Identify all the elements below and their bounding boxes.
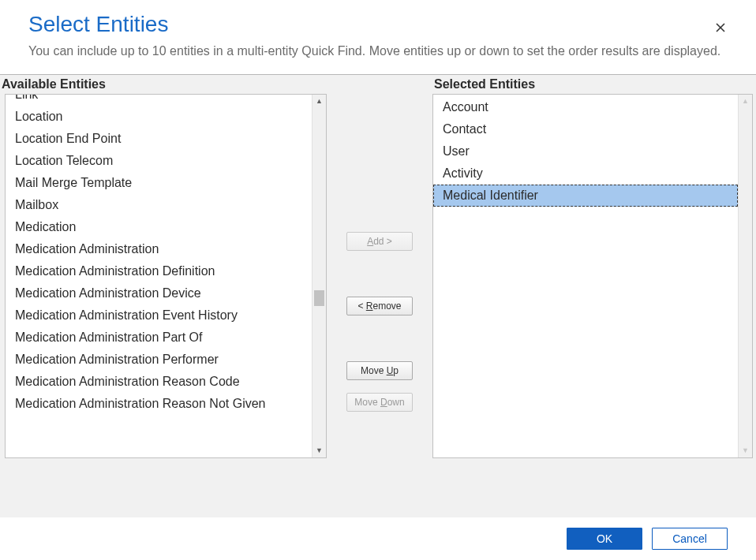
list-item[interactable]: Medication Administration Reason Code [6,371,312,393]
list-item[interactable]: Location End Point [6,128,312,150]
move-up-button[interactable]: Move Up [346,361,413,380]
dialog-header: Select Entities You can include up to 10… [0,0,756,74]
available-listbox[interactable]: LinkLocationLocation End PointLocation T… [5,94,327,458]
list-item[interactable]: Medication Administration Part Of [6,327,312,349]
list-item[interactable]: Mailbox [6,194,312,216]
dialog-title: Select Entities [28,11,728,38]
cancel-button[interactable]: Cancel [652,528,728,550]
move-down-button[interactable]: Move Down [346,393,413,412]
add-button[interactable]: Add > [346,232,413,251]
selected-label: Selected Entities [432,75,753,94]
list-item[interactable]: Medication Administration Reason Not Giv… [6,393,312,415]
list-item[interactable]: Contact [433,118,738,140]
selected-column: Selected Entities AccountContactUserActi… [432,75,753,458]
scroll-thumb[interactable] [314,290,324,306]
available-column: Available Entities LinkLocationLocation … [0,75,327,458]
scroll-down-icon[interactable]: ▼ [313,444,326,457]
list-item[interactable]: Medication [6,216,312,238]
selected-scrollbar[interactable]: ▲ ▼ [738,95,752,457]
list-item[interactable]: Link [6,95,312,106]
scroll-up-icon[interactable]: ▲ [739,95,752,108]
list-item[interactable]: User [433,140,738,162]
list-item[interactable]: Mail Merge Template [6,172,312,194]
list-item[interactable]: Medication Administration [6,238,312,260]
list-item[interactable]: Medication Administration Definition [6,260,312,282]
dialog-subtitle: You can include up to 10 entities in a m… [28,43,728,60]
list-item[interactable]: Location Telecom [6,150,312,172]
scroll-up-icon[interactable]: ▲ [313,95,326,108]
list-item[interactable]: Location [6,106,312,128]
list-item[interactable]: Medication Administration Event History [6,304,312,327]
list-item[interactable]: Medication Administration Device [6,282,312,304]
close-icon[interactable] [713,21,728,35]
ok-button[interactable]: OK [567,528,642,550]
dialog-body: Available Entities LinkLocationLocation … [0,74,756,517]
list-item[interactable]: Medical Identifier [433,185,738,207]
available-label: Available Entities [0,75,327,94]
list-item[interactable]: Medication Administration Performer [6,349,312,371]
scroll-down-icon[interactable]: ▼ [739,444,752,457]
dialog-footer: OK Cancel [0,517,756,560]
remove-button[interactable]: < Remove [346,297,413,315]
selected-listbox[interactable]: AccountContactUserActivityMedical Identi… [432,94,753,458]
list-item[interactable]: Activity [433,162,738,185]
select-entities-dialog: Select Entities You can include up to 10… [0,0,756,560]
available-scrollbar[interactable]: ▲ ▼ [312,95,326,457]
transfer-buttons: Add > < Remove Move Up Move Down [327,75,432,458]
list-item[interactable]: Account [433,96,738,118]
